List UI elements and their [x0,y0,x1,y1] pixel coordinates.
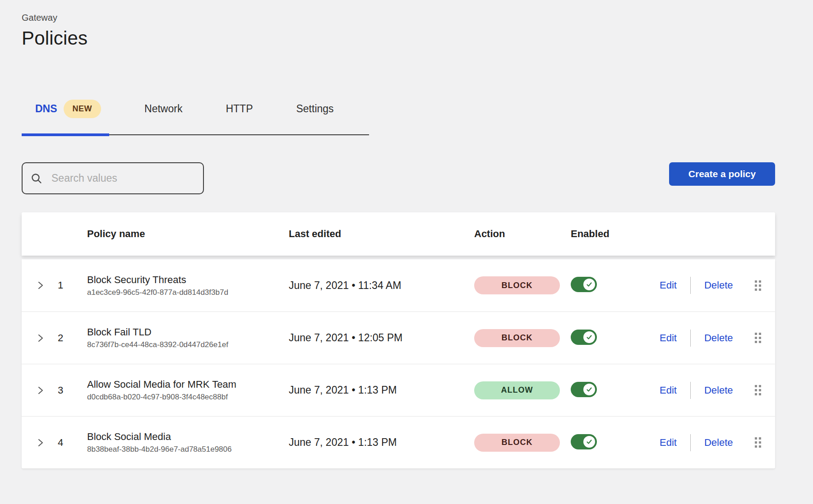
enabled-toggle[interactable] [571,434,597,449]
toggle-knob [583,279,595,290]
toggle-knob [583,331,595,343]
check-icon [586,281,593,288]
enabled-toggle[interactable] [571,277,597,292]
table-row: 2 Block Fail TLD 8c736f7b-ce44-48ca-8392… [22,312,775,364]
check-icon [586,386,593,393]
drag-handle-icon[interactable] [755,385,761,395]
action-badge: ALLOW [474,381,560,399]
edit-link[interactable]: Edit [660,385,677,396]
policy-name: Block Security Threats [87,274,289,286]
tab-bar: DNS NEW Network HTTP Settings [22,100,369,135]
tab-http-label: HTTP [226,103,253,115]
column-header-last-edited: Last edited [289,228,474,240]
enabled-toggle[interactable] [571,382,597,397]
column-header-action: Action [474,228,571,240]
drag-handle-icon[interactable] [755,437,761,448]
action-badge: BLOCK [474,329,560,347]
table-row: 1 Block Security Threats a1ec3ce9-96c5-4… [22,259,775,312]
action-divider [690,277,691,294]
last-edited-value: June 7, 2021 • 1:13 PM [289,384,474,396]
table-row: 4 Block Social Media 8b38beaf-38bb-4b2d-… [22,416,775,468]
tab-http[interactable]: HTTP [226,103,253,115]
action-divider [690,434,691,451]
row-number: 1 [48,279,87,291]
table-row: 3 Allow Social Media for MRK Team d0cdb6… [22,364,775,416]
chevron-right-icon[interactable] [37,385,44,396]
delete-link[interactable]: Delete [704,385,733,396]
tab-settings-label: Settings [296,103,333,115]
policy-uuid: d0cdb68a-b020-4c97-b908-3f4c48ec88bf [87,393,289,402]
tab-network[interactable]: Network [144,103,182,115]
policy-uuid: 8c736f7b-ce44-48ca-8392-0d447d26e1ef [87,340,289,349]
policy-name: Block Fail TLD [87,326,289,338]
table-header: Policy name Last edited Action Enabled [22,212,775,256]
create-policy-button[interactable]: Create a policy [669,162,775,186]
new-badge: NEW [64,100,102,118]
policy-name: Allow Social Media for MRK Team [87,379,289,390]
tab-network-label: Network [144,103,182,115]
last-edited-value: June 7, 2021 • 12:05 PM [289,332,474,344]
edit-link[interactable]: Edit [660,279,677,291]
table-body: 1 Block Security Threats a1ec3ce9-96c5-4… [22,259,775,468]
row-number: 4 [48,437,87,449]
delete-link[interactable]: Delete [704,279,733,291]
chevron-right-icon[interactable] [37,333,44,344]
tab-settings[interactable]: Settings [296,103,333,115]
last-edited-value: June 7, 2021 • 1:13 PM [289,436,474,449]
action-badge: BLOCK [474,434,560,452]
policy-name: Block Social Media [87,431,289,443]
delete-link[interactable]: Delete [704,332,733,344]
policy-uuid: a1ec3ce9-96c5-42f0-877a-dd814d3f3b7d [87,288,289,297]
column-header-policy-name: Policy name [87,228,289,240]
edit-link[interactable]: Edit [660,437,677,449]
breadcrumb: Gateway [22,13,791,23]
action-divider [690,330,691,347]
toggle-knob [583,384,595,395]
chevron-right-icon[interactable] [37,437,44,448]
row-number: 3 [48,385,87,396]
delete-link[interactable]: Delete [704,437,733,449]
tab-dns[interactable]: DNS NEW [35,100,101,118]
last-edited-value: June 7, 2021 • 11:34 AM [289,279,474,292]
search-box[interactable] [22,162,204,194]
enabled-toggle[interactable] [571,330,597,345]
tab-dns-label: DNS [35,103,57,115]
action-divider [690,382,691,399]
toggle-knob [583,436,595,448]
drag-handle-icon[interactable] [755,280,761,291]
page-title: Policies [22,27,791,49]
search-input[interactable] [51,172,195,185]
policy-uuid: 8b38beaf-38bb-4b2d-96e7-ad78a51e9806 [87,445,289,454]
check-icon [586,334,593,341]
toolbar: Create a policy [22,162,775,194]
action-badge: BLOCK [474,276,560,294]
row-number: 2 [48,332,87,344]
edit-link[interactable]: Edit [660,332,677,344]
column-header-enabled: Enabled [571,228,660,240]
chevron-right-icon[interactable] [37,280,44,291]
check-icon [586,438,593,445]
search-icon [31,173,42,184]
policies-table: Policy name Last edited Action Enabled 1… [22,212,775,468]
active-tab-indicator [22,133,109,136]
drag-handle-icon[interactable] [755,333,761,343]
